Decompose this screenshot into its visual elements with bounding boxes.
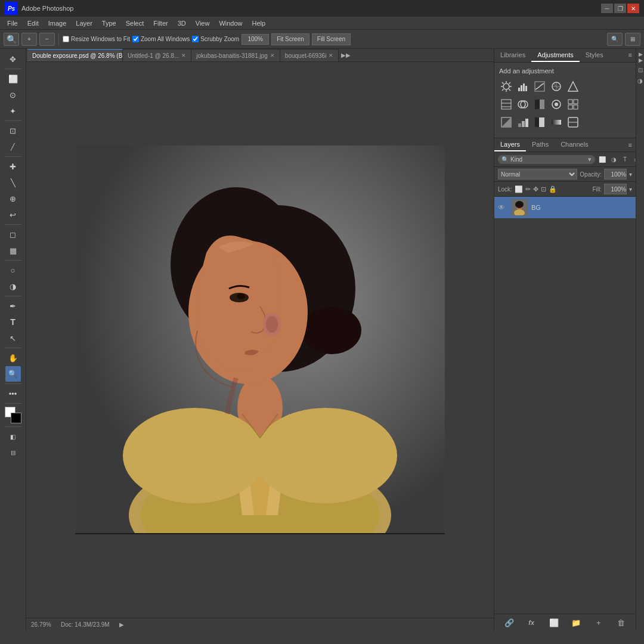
adj-posterize-icon[interactable]	[516, 115, 530, 129]
clone-stamp-tool[interactable]: ⊕	[5, 191, 21, 206]
zoom-in-btn[interactable]: +	[21, 33, 37, 46]
minimize-button[interactable]: ─	[601, 4, 613, 13]
adj-selectivecolor-icon[interactable]	[566, 115, 580, 129]
eraser-tool[interactable]: ◻	[5, 227, 21, 242]
panel-icon-2[interactable]: ◑	[636, 76, 645, 85]
history-brush-tool[interactable]: ↩	[5, 207, 21, 222]
zoom-out-btn[interactable]: −	[39, 33, 55, 46]
marquee-tool[interactable]: ⬜	[5, 71, 21, 86]
healing-tool[interactable]: ✚	[5, 159, 21, 174]
adj-bw-icon[interactable]	[532, 97, 547, 112]
lock-transparent-icon[interactable]: ⬜	[515, 185, 523, 193]
close-button[interactable]: ✕	[627, 4, 639, 13]
opacity-arrow-icon[interactable]: ▾	[629, 171, 632, 178]
adj-photofilter-icon[interactable]	[549, 97, 564, 112]
move-tool[interactable]: ✥	[5, 51, 21, 67]
new-group-btn[interactable]: 📁	[570, 617, 582, 628]
panel-collapse-bar[interactable]: ▶▶ ⊡ ◑	[636, 49, 644, 631]
status-arrow[interactable]: ▶	[119, 621, 124, 628]
adj-hsl-icon[interactable]	[499, 97, 513, 112]
blur-tool[interactable]: ○	[5, 262, 21, 278]
tab-close-2[interactable]: ✕	[270, 52, 275, 58]
adj-invert-icon[interactable]	[499, 115, 513, 129]
text-tool[interactable]: T	[5, 314, 21, 330]
tabs-overflow-btn[interactable]: ▶▶	[339, 49, 353, 61]
new-layer-btn[interactable]: +	[593, 617, 605, 628]
tab-bouquet[interactable]: bouquet-66936i ✕	[280, 49, 339, 61]
tab-double-exposure[interactable]: Double exposure.psd @ 26.8% (BG, RGB/8) …	[27, 49, 123, 61]
tab-close-3[interactable]: ✕	[329, 52, 333, 58]
link-layers-btn[interactable]: 🔗	[503, 617, 515, 628]
adj-panel-menu-btn[interactable]: ≡	[625, 49, 636, 62]
lock-pixels-icon[interactable]: ✏	[525, 185, 531, 193]
filter-type-icon[interactable]: T	[620, 154, 630, 164]
fit-screen-button[interactable]: Fit Screen	[271, 33, 309, 45]
layers-tab-layers[interactable]: Layers	[494, 138, 526, 151]
panel-icon-1[interactable]: ⊡	[636, 66, 645, 74]
lock-artboards-icon[interactable]: ⊡	[541, 185, 546, 193]
adj-tab-libraries[interactable]: Libraries	[494, 49, 531, 62]
adj-threshold-icon[interactable]	[532, 115, 547, 129]
fill-screen-button[interactable]: Fill Screen	[312, 33, 351, 45]
restore-button[interactable]: ❐	[614, 4, 626, 13]
adj-colorbalance-icon[interactable]	[516, 97, 530, 112]
layers-tab-paths[interactable]: Paths	[526, 138, 555, 151]
tab-jokubas[interactable]: jokubas-banaitis-31881.jpg ✕	[191, 49, 280, 61]
gradient-tool[interactable]: ▦	[5, 243, 21, 258]
zoom-all-checkbox[interactable]	[132, 36, 139, 42]
search-btn[interactable]: 🔍	[607, 33, 623, 46]
zoom-percent-input[interactable]	[242, 34, 269, 45]
fill-arrow-icon[interactable]: ▾	[629, 186, 632, 193]
menu-edit[interactable]: Edit	[23, 17, 44, 29]
screen-mode-btn[interactable]: ⊟	[5, 445, 21, 460]
menu-image[interactable]: Image	[44, 17, 72, 29]
menu-filter[interactable]: Filter	[148, 17, 172, 29]
scrubby-zoom-check[interactable]: Scrubby Zoom	[192, 36, 239, 42]
menu-view[interactable]: View	[191, 17, 215, 29]
canvas-wrapper[interactable]	[26, 62, 494, 618]
lock-all-icon[interactable]: 🔒	[549, 185, 557, 193]
lasso-tool[interactable]: ⊙	[5, 87, 21, 103]
quick-select-tool[interactable]: ✦	[5, 103, 21, 119]
zoom-all-check[interactable]: Zoom All Windows	[132, 36, 190, 42]
brush-tool[interactable]: ╲	[5, 175, 21, 190]
add-layer-style-btn[interactable]: fx	[525, 617, 537, 628]
adj-vibrance-icon[interactable]	[566, 79, 580, 94]
menu-window[interactable]: Window	[214, 17, 247, 29]
layer-item-bg[interactable]: 👁 BG	[494, 197, 636, 218]
eyedropper-tool[interactable]: ╱	[5, 139, 21, 154]
menu-type[interactable]: Type	[97, 17, 121, 29]
zoom-tool[interactable]: 🔍	[5, 366, 21, 382]
menu-file[interactable]: File	[2, 17, 23, 29]
scrubby-zoom-checkbox[interactable]	[192, 36, 199, 42]
filter-dropdown-icon[interactable]: ▾	[588, 156, 592, 163]
adj-tab-adjustments[interactable]: Adjustments	[531, 49, 580, 62]
color-swatch[interactable]	[5, 407, 21, 423]
adj-exposure-icon[interactable]	[549, 79, 564, 94]
layers-tab-channels[interactable]: Channels	[555, 138, 594, 151]
arrange-btn[interactable]: ⊞	[625, 33, 640, 46]
zoom-tool-btn[interactable]: 🔍	[4, 33, 19, 46]
opacity-input[interactable]	[604, 169, 627, 179]
adj-levels-icon[interactable]	[516, 79, 530, 94]
menu-select[interactable]: Select	[121, 17, 149, 29]
resize-windows-check[interactable]: Resize Windows to Fit	[63, 36, 130, 42]
adj-channelmix-icon[interactable]	[566, 97, 580, 112]
adj-brightness-icon[interactable]	[499, 79, 513, 94]
pen-tool[interactable]: ✒	[5, 298, 21, 314]
menu-3d[interactable]: 3D	[173, 17, 191, 29]
background-color[interactable]	[11, 413, 21, 423]
tab-untitled[interactable]: Untitled-1 @ 26.8... ✕	[123, 49, 191, 61]
layer-visibility-icon[interactable]: 👁	[498, 203, 507, 212]
dodge-tool[interactable]: ◑	[5, 278, 21, 294]
adj-curves-icon[interactable]	[532, 79, 547, 94]
add-mask-btn[interactable]: ⬜	[548, 617, 560, 628]
fill-input[interactable]	[604, 184, 627, 194]
resize-windows-checkbox[interactable]	[63, 36, 69, 42]
path-selection-tool[interactable]: ↖	[5, 330, 21, 346]
filter-shape-icon[interactable]: ▭	[631, 154, 636, 164]
layers-panel-menu-btn[interactable]: ≡	[625, 139, 636, 151]
more-tools-btn[interactable]: •••	[5, 386, 21, 401]
crop-tool[interactable]: ⊡	[5, 123, 21, 138]
tab-close-1[interactable]: ✕	[181, 52, 186, 58]
